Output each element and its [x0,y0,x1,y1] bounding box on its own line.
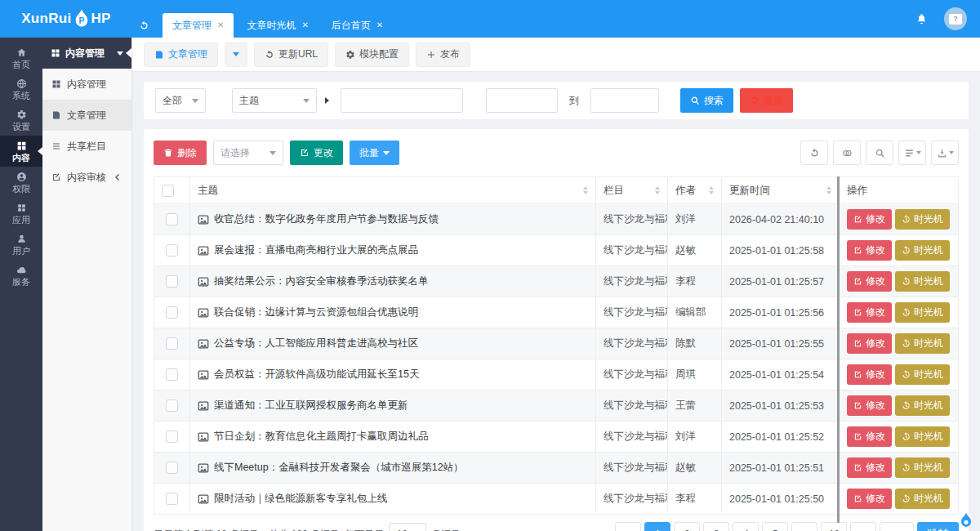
edit-button[interactable]: 修改 [847,395,892,416]
timemachine-button[interactable]: 时光机 [895,364,950,385]
module-config-button[interactable]: 模块配置 [335,42,409,67]
sidebar-item-content[interactable]: 内容 [0,136,42,167]
timemachine-button[interactable]: 时光机 [895,457,950,478]
row-checkbox[interactable] [166,368,178,381]
jump-page-input[interactable] [880,522,914,531]
page-button[interactable]: ‹ [615,522,641,531]
article-title[interactable]: 限时活动｜绿色能源新客专享礼包上线 [214,492,387,506]
article-title[interactable]: 公益专场：人工智能应用科普走进高校与社区 [214,337,418,350]
update-url-button[interactable]: 更新URL [254,42,328,67]
module-dropdown-button[interactable] [225,42,247,67]
change-button[interactable]: 更改 [290,141,343,165]
column-header-author[interactable]: 作者 [668,177,722,204]
refresh-table-button[interactable] [800,141,828,165]
timemachine-button[interactable]: 时光机 [895,426,950,447]
row-checkbox[interactable] [166,306,178,319]
sidebar-item-settings[interactable]: 设置 [0,105,42,136]
article-title[interactable]: 节日企划：教育信息化主题周打卡赢取周边礼品 [214,430,429,444]
row-checkbox[interactable] [166,399,178,412]
page-button[interactable]: 2 [674,522,700,531]
page-button[interactable]: › [850,522,876,531]
backtop-flame-icon[interactable] [959,511,973,529]
edit-button[interactable]: 修改 [847,240,892,261]
column-header-updated[interactable]: 更新时间 [722,177,840,204]
export-button[interactable] [931,141,959,165]
sidebar-item-system[interactable]: 系统 [0,74,42,105]
sort-icon[interactable] [826,184,831,197]
article-title[interactable]: 会员权益：开源软件高级功能试用延长至15天 [214,368,419,382]
column-header-category[interactable]: 栏目 [596,177,668,204]
tabs-refresh-icon[interactable] [139,20,149,31]
tab-article-timemachine[interactable]: 文章时光机 ✕ [237,13,318,38]
submenu-item-content-review[interactable]: 内容审核 [42,162,131,193]
edit-button[interactable]: 修改 [847,271,892,292]
toggle-view-button[interactable] [833,141,861,165]
edit-button[interactable]: 修改 [847,209,892,230]
edit-button[interactable]: 修改 [847,302,892,323]
date-to-input[interactable] [590,88,659,113]
submenu-item-shared-categories[interactable]: 共享栏目 [42,131,131,162]
submenu-item-content-management[interactable]: 内容管理 [42,69,131,100]
row-checkbox[interactable] [166,337,178,350]
reset-button[interactable]: 重置 [740,88,793,113]
search-button[interactable]: 搜索 [680,88,733,113]
date-from-input[interactable] [486,88,558,113]
timemachine-button[interactable]: 时光机 [895,489,950,509]
scope-select[interactable]: 全部 [155,88,206,113]
submenu-item-article-management[interactable]: 文章管理 [42,100,131,131]
row-checkbox[interactable] [166,431,178,443]
fixed-column-scrollbar[interactable] [837,176,840,523]
page-button[interactable]: 5 [762,522,788,531]
row-checkbox[interactable] [166,493,178,505]
logo[interactable]: XunRui P HP [0,0,132,38]
sidebar-item-apps[interactable]: 应用 [0,198,42,229]
article-title[interactable]: 展会速报：直播电商亮相行业大展的亮点展品 [214,243,418,257]
edit-button[interactable]: 修改 [847,426,892,447]
columns-button[interactable] [898,141,926,165]
field-select[interactable]: 主题 [232,88,317,113]
search-toggle-button[interactable] [866,141,893,165]
row-checkbox[interactable] [166,462,178,474]
edit-button[interactable]: 修改 [847,333,892,354]
timemachine-button[interactable]: 时光机 [895,333,950,354]
select-all-checkbox[interactable] [162,185,174,197]
sidebar-item-users[interactable]: 用户 [0,229,42,260]
bulk-select[interactable]: 请选择 [213,141,283,165]
article-title[interactable]: 线下Meetup：金融科技开发者聚会（城市巡展第12站） [214,461,464,475]
submenu-header[interactable]: 内容管理 [42,38,131,69]
tab-close-icon[interactable]: ✕ [217,21,224,29]
article-title[interactable]: 渠道通知：工业互联网授权服务商名单更新 [214,399,408,413]
avatar[interactable]: ? [944,7,967,30]
sort-icon[interactable] [655,184,660,197]
delete-button[interactable]: 删除 [154,141,207,165]
tab-admin-home[interactable]: 后台首页 ✕ [322,13,393,38]
timemachine-button[interactable]: 时光机 [895,271,950,292]
page-button[interactable]: 3 [703,522,729,531]
keyword-input[interactable] [341,88,463,113]
page-button[interactable]: 1 [644,522,670,531]
timemachine-button[interactable]: 时光机 [895,302,950,323]
row-checkbox[interactable] [166,213,178,225]
page-button[interactable]: 16 [821,522,847,531]
sort-icon[interactable] [709,184,714,197]
article-title[interactable]: 抽奖结果公示：内容安全审核春季活动获奖名单 [214,274,429,288]
row-checkbox[interactable] [166,244,178,257]
sort-icon[interactable] [583,184,588,197]
tab-close-icon[interactable]: ✕ [301,21,308,29]
article-title[interactable]: 收官总结：数字化政务年度用户节参与数据与反馈 [214,212,439,226]
timemachine-button[interactable]: 时光机 [895,240,950,261]
module-button[interactable]: 文章管理 [144,42,218,67]
page-button[interactable]: 4 [733,522,759,531]
sidebar-item-permissions[interactable]: 权限 [0,167,42,198]
article-title[interactable]: 联合促销：边缘计算与云资源包组合优惠说明 [214,306,418,319]
page-size-select[interactable]: 10 [389,523,426,531]
edit-button[interactable]: 修改 [847,457,892,478]
timemachine-button[interactable]: 时光机 [895,209,950,230]
timemachine-button[interactable]: 时光机 [895,395,950,416]
sidebar-item-home[interactable]: 首页 [0,42,42,74]
edit-button[interactable]: 修改 [847,489,892,509]
edit-button[interactable]: 修改 [847,364,892,385]
notifications-bell-icon[interactable] [915,12,928,25]
tab-close-icon[interactable]: ✕ [376,21,383,29]
page-button[interactable]: ... [791,522,817,531]
